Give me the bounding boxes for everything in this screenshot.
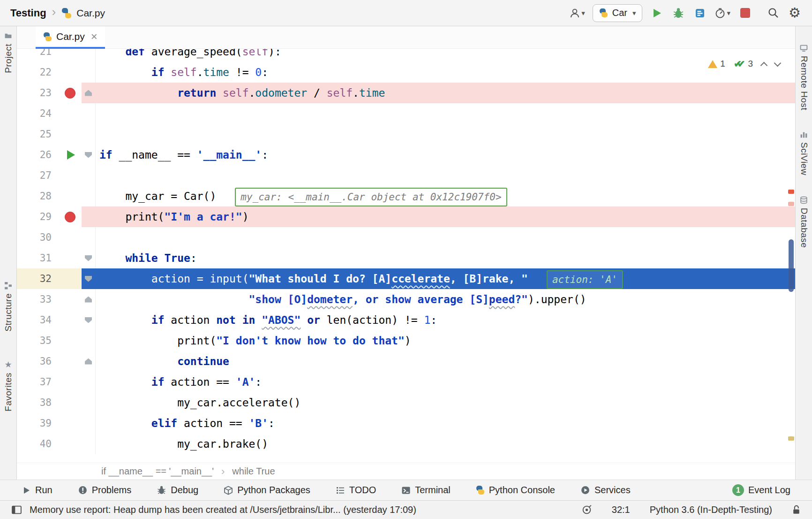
code-text[interactable]: if action == 'A': — [96, 372, 795, 392]
code-text[interactable]: continue — [96, 351, 795, 372]
code-line-36[interactable]: 36 continue — [17, 351, 795, 372]
line-number[interactable]: 33 — [17, 289, 58, 310]
fold-marker-icon[interactable] — [85, 359, 92, 365]
debug-button[interactable] — [671, 5, 685, 22]
toolstripe-project[interactable]: Project — [0, 32, 16, 73]
tab-car-py[interactable]: Car.py × — [36, 26, 105, 49]
line-number[interactable]: 37 — [17, 372, 58, 392]
line-number[interactable]: 35 — [17, 330, 58, 351]
toolwindow-run[interactable]: Run — [22, 485, 53, 496]
code-line-27[interactable]: 27 — [17, 165, 795, 186]
code-line-29[interactable]: 29 print("I'm a car!") — [17, 206, 795, 227]
breakpoint-icon[interactable] — [65, 212, 75, 222]
python-interpreter[interactable]: Python 3.6 (In-Depth-Testing) — [650, 504, 772, 515]
previous-problem-icon[interactable] — [760, 61, 768, 69]
toolstripe-favorites[interactable]: ★ Favorites — [0, 360, 16, 412]
code-line-32[interactable]: 32 action = input("What should I do? [A]… — [17, 268, 795, 289]
editor-scrollbar-thumb[interactable] — [789, 239, 794, 292]
breakpoint-icon[interactable] — [65, 88, 75, 99]
search-everywhere-button[interactable] — [766, 5, 780, 22]
code-line-26[interactable]: 26if __name__ == '__main__': — [17, 145, 795, 165]
warning-stripe-mark[interactable] — [788, 436, 794, 441]
next-problem-icon[interactable] — [774, 59, 782, 67]
fold-marker-icon[interactable] — [85, 90, 92, 96]
code-line-39[interactable]: 39 elif action == 'B': — [17, 413, 795, 434]
code-line-22[interactable]: 22 if self.time != 0: — [17, 62, 795, 83]
code-text[interactable] — [96, 227, 795, 248]
warnings-indicator[interactable]: 1 — [708, 59, 725, 69]
toolwindow-event-log[interactable]: 1 Event Log — [732, 484, 790, 496]
code-line-31[interactable]: 31 while True: — [17, 248, 795, 268]
line-number[interactable]: 31 — [17, 248, 58, 268]
breadcrumb-item[interactable]: if __name__ == '__main__' — [101, 466, 214, 477]
code-line-38[interactable]: 38 my_car.accelerate() — [17, 392, 795, 413]
line-number[interactable]: 28 — [17, 186, 58, 206]
breadcrumb-item[interactable]: while True — [232, 466, 275, 477]
code-text[interactable]: print("I don't know how to do that") — [96, 330, 795, 351]
code-text[interactable]: while True: — [96, 248, 795, 268]
file-breadcrumb[interactable]: Car.py — [76, 8, 105, 19]
fold-marker-icon[interactable] — [85, 317, 92, 323]
toolstripe-remote-host[interactable]: Remote Host — [796, 44, 812, 110]
run-script-icon[interactable] — [67, 150, 75, 160]
code-text[interactable]: if __name__ == '__main__': — [96, 145, 795, 165]
code-line-30[interactable]: 30 — [17, 227, 795, 248]
code-line-23[interactable]: 23 return self.odometer / self.time — [17, 83, 795, 103]
code-line-40[interactable]: 40 my_car.brake() — [17, 434, 795, 454]
settings-button[interactable]: ⚙ — [788, 5, 802, 22]
toolstripe-sciview[interactable]: SciView — [796, 130, 812, 176]
line-number[interactable]: 38 — [17, 392, 58, 413]
line-number[interactable]: 39 — [17, 413, 58, 434]
stop-button[interactable] — [738, 5, 752, 22]
line-number[interactable]: 24 — [17, 103, 58, 124]
code-text[interactable]: if self.time != 0: — [96, 62, 795, 83]
toolstripe-structure[interactable]: Structure — [0, 282, 16, 332]
status-message[interactable]: Memory use report: Heap dump has been cr… — [30, 504, 416, 515]
line-number[interactable]: 36 — [17, 351, 58, 372]
line-number[interactable]: 34 — [17, 310, 58, 330]
line-number[interactable]: 29 — [17, 206, 58, 227]
line-number[interactable]: 40 — [17, 434, 58, 454]
code-line-25[interactable]: 25 — [17, 124, 795, 145]
code-text[interactable] — [96, 165, 795, 186]
line-number[interactable]: 23 — [17, 83, 58, 103]
run-with-coverage-button[interactable] — [693, 5, 707, 22]
tab-close-icon[interactable]: × — [91, 31, 98, 42]
code-text[interactable] — [96, 124, 795, 145]
toolwindow-services[interactable]: Services — [580, 485, 631, 496]
editor-scrollbar[interactable] — [787, 49, 795, 463]
code-text[interactable]: return self.odometer / self.time — [96, 83, 795, 103]
fold-marker-icon[interactable] — [85, 297, 92, 303]
toolstripe-database[interactable]: Database — [796, 196, 812, 248]
line-number[interactable]: 26 — [17, 145, 58, 165]
code-text[interactable]: my_car.accelerate() — [96, 392, 795, 413]
toolwindow-terminal[interactable]: Terminal — [401, 485, 451, 496]
code-text[interactable]: elif action == 'B': — [96, 413, 795, 434]
line-number[interactable]: 22 — [17, 62, 58, 83]
caret-position[interactable]: 32:1 — [612, 504, 630, 515]
toolwindow-toggle-icon[interactable] — [11, 504, 22, 515]
line-number[interactable]: 30 — [17, 227, 58, 248]
users-dropdown-button[interactable]: ▾ — [569, 5, 585, 22]
fold-marker-icon[interactable] — [85, 276, 92, 282]
error-stripe-mark[interactable] — [788, 202, 794, 206]
toolwindow-python-console[interactable]: Python Console — [476, 485, 555, 496]
code-line-34[interactable]: 34 if action not in "ABOS" or len(action… — [17, 310, 795, 330]
toolwindow-todo[interactable]: TODO — [336, 485, 376, 496]
passed-indicator[interactable]: ✔✔ 3 — [734, 58, 753, 69]
project-breadcrumb[interactable]: Testing — [10, 7, 46, 19]
code-text[interactable]: my_car.brake() — [96, 434, 795, 454]
run-button[interactable] — [650, 5, 664, 22]
unlock-icon[interactable] — [792, 504, 801, 515]
code-text[interactable] — [96, 103, 795, 124]
code-text[interactable]: my_car = Car()my_car: <__main__.Car obje… — [96, 186, 795, 206]
line-number[interactable]: 27 — [17, 165, 58, 186]
fold-marker-icon[interactable] — [85, 152, 92, 158]
line-number[interactable]: 21 — [17, 49, 58, 62]
code-line-33[interactable]: 33 "show [O]dometer, or show average [S]… — [17, 289, 795, 310]
code-line-28[interactable]: 28 my_car = Car()my_car: <__main__.Car o… — [17, 186, 795, 206]
code-text[interactable]: def average_speed(self): — [96, 49, 795, 62]
code-line-24[interactable]: 24 — [17, 103, 795, 124]
toolwindow-python-packages[interactable]: Python Packages — [224, 485, 310, 496]
run-configuration-select[interactable]: Car ▾ — [593, 4, 643, 22]
